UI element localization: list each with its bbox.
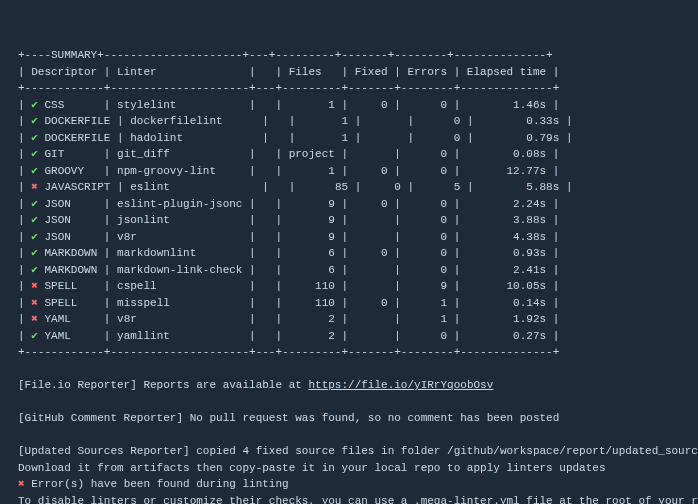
- check-icon: ✔: [31, 231, 38, 243]
- download-hint-line: Download it from artifacts then copy-pas…: [18, 462, 606, 474]
- cross-icon: ✖: [31, 297, 38, 309]
- check-icon: ✔: [31, 165, 38, 177]
- check-icon: ✔: [31, 132, 38, 144]
- check-icon: ✔: [31, 264, 38, 276]
- check-icon: ✔: [31, 214, 38, 226]
- cross-icon: ✖: [18, 478, 25, 490]
- cross-icon: ✖: [31, 280, 38, 292]
- cross-icon: ✖: [31, 313, 38, 325]
- check-icon: ✔: [31, 148, 38, 160]
- check-icon: ✔: [31, 247, 38, 259]
- github-comment-line: [GitHub Comment Reporter] No pull reques…: [18, 412, 559, 424]
- check-icon: ✔: [31, 330, 38, 342]
- updated-sources-line: [Updated Sources Reporter] copied 4 fixe…: [18, 445, 698, 457]
- disable-hint-line: To disable linters or customize their ch…: [18, 495, 698, 505]
- check-icon: ✔: [31, 115, 38, 127]
- terminal-output: +----SUMMARY+---------------------+---+-…: [18, 47, 680, 504]
- error-summary-line: Error(s) have been found during linting: [25, 478, 289, 490]
- check-icon: ✔: [31, 99, 38, 111]
- fileio-link[interactable]: https://file.io/yIRrYqoobOsv: [308, 379, 493, 391]
- check-icon: ✔: [31, 198, 38, 210]
- cross-icon: ✖: [31, 181, 38, 193]
